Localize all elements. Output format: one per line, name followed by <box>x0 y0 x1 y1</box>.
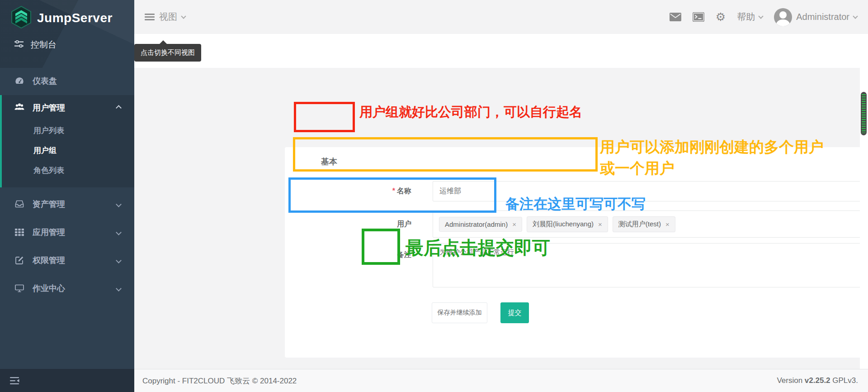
user-tag: 测试用户(test) × <box>613 216 675 232</box>
sidebar-item-label: 作业中心 <box>33 283 65 294</box>
footer: Copyright - FIT2CLOUD 飞致云 © 2014-2022 Ve… <box>134 369 868 392</box>
version-text: Version v2.25.2 GPLv3. <box>777 376 858 385</box>
chevron-down-icon <box>116 229 122 235</box>
user-menu[interactable]: Administrator <box>774 8 857 26</box>
username: Administrator <box>796 12 849 22</box>
monitor-icon <box>14 284 24 292</box>
users-multiselect[interactable]: Administrator(admin) × 刘晨阳(liuchenyang) … <box>433 210 868 238</box>
submit-button[interactable]: 提交 <box>500 302 529 323</box>
user-tag-label: 刘晨阳(liuchenyang) <box>533 220 594 229</box>
scrollbar-thumb[interactable] <box>861 92 867 135</box>
user-group-form-card: 基本 *名称 用户 Administrator(admin) × 刘晨阳(liu… <box>285 147 868 358</box>
sidebar-item-console[interactable]: 控制台 <box>14 39 57 51</box>
remark-textarea[interactable] <box>433 243 868 287</box>
sidebar-item-label: 资产管理 <box>33 199 65 210</box>
user-tag-label: 测试用户(test) <box>618 220 661 229</box>
page-header-strip <box>134 34 868 68</box>
user-tag-label: Administrator(admin) <box>445 220 508 228</box>
users-icon <box>14 103 24 113</box>
required-asterisk: * <box>392 187 395 195</box>
hamburger-icon <box>145 12 155 22</box>
view-label: 视图 <box>159 11 177 23</box>
remove-tag-icon[interactable]: × <box>598 220 602 228</box>
chevron-down-icon <box>116 258 122 263</box>
sidebar-footer <box>0 369 134 392</box>
sidebar-item-label: 控制台 <box>31 39 57 51</box>
chevron-down-icon <box>116 201 122 207</box>
sidebar-item-app-management[interactable]: 应用管理 <box>0 218 134 246</box>
form-section-title: 基本 <box>321 156 337 167</box>
help-label: 帮助 <box>737 11 755 23</box>
gauge-icon <box>14 77 24 85</box>
apps-grid-icon <box>14 228 24 236</box>
avatar <box>774 8 792 26</box>
web-terminal-icon[interactable] <box>693 12 704 22</box>
jumpserver-logo-icon <box>11 6 32 30</box>
edit-icon <box>14 256 24 265</box>
sidebar-item-permission-management[interactable]: 权限管理 <box>0 246 134 274</box>
sidebar-menu: 仪表盘 用户管理 用户列表 <box>0 67 134 302</box>
view-switcher[interactable]: 视图 <box>145 0 185 34</box>
sidebar-group-user-management: 用户管理 用户列表 用户组 角色列表 <box>0 95 134 187</box>
sidebar-item-job-center[interactable]: 作业中心 <box>0 274 134 302</box>
sidebar-item-dashboard[interactable]: 仪表盘 <box>0 67 134 95</box>
content-area: 基本 *名称 用户 Administrator(admin) × 刘晨阳(liu… <box>134 68 868 369</box>
logo[interactable]: JumpServer <box>11 6 113 30</box>
user-tag: 刘晨阳(liuchenyang) × <box>527 216 608 232</box>
sidebar-item-label: 用户管理 <box>33 102 65 113</box>
name-input[interactable] <box>433 181 868 201</box>
sidebar-item-user-group[interactable]: 用户组 <box>2 140 134 160</box>
logo-text: JumpServer <box>37 11 113 25</box>
topbar-actions: ⚙ 帮助 Administrator <box>670 0 857 34</box>
sidebar-item-role-list[interactable]: 角色列表 <box>2 160 134 180</box>
assets-icon <box>14 200 24 208</box>
sidebar-item-label: 仪表盘 <box>33 76 57 86</box>
save-and-continue-button[interactable]: 保存并继续添加 <box>432 302 487 323</box>
sidebar-item-user-management[interactable]: 用户管理 <box>2 95 134 120</box>
user-tag: Administrator(admin) × <box>439 217 522 232</box>
scrollbar-track[interactable] <box>860 34 868 369</box>
topbar: 视图 ⚙ 帮助 <box>134 0 868 34</box>
chevron-down-icon <box>181 14 186 19</box>
jumpserver-app: JumpServer 控制台 <box>0 0 868 392</box>
chevron-up-icon <box>116 105 122 111</box>
remark-field-label: 备注 <box>312 250 411 260</box>
chevron-down-icon <box>853 14 858 19</box>
collapse-sidebar-icon[interactable] <box>10 377 20 384</box>
chevron-down-icon <box>759 14 764 19</box>
sidebar: JumpServer 控制台 <box>0 0 134 392</box>
sidebar-item-label: 权限管理 <box>33 255 65 266</box>
users-field-label: 用户 <box>312 220 411 229</box>
name-field-label: *名称 <box>312 186 411 196</box>
help-menu[interactable]: 帮助 <box>737 11 763 23</box>
chevron-down-icon <box>116 286 122 292</box>
copyright-text: Copyright - FIT2CLOUD 飞致云 © 2014-2022 <box>142 376 297 386</box>
mail-icon[interactable] <box>670 13 681 21</box>
remove-tag-icon[interactable]: × <box>665 220 670 228</box>
settings-gear-icon[interactable]: ⚙ <box>716 11 726 23</box>
remove-tag-icon[interactable]: × <box>512 220 516 228</box>
sidebar-item-label: 应用管理 <box>33 227 65 238</box>
view-switcher-tooltip: 点击切换不同视图 <box>134 44 201 62</box>
sliders-icon <box>14 40 24 50</box>
sidebar-item-asset-management[interactable]: 资产管理 <box>0 190 134 218</box>
sidebar-item-user-list[interactable]: 用户列表 <box>2 120 134 140</box>
